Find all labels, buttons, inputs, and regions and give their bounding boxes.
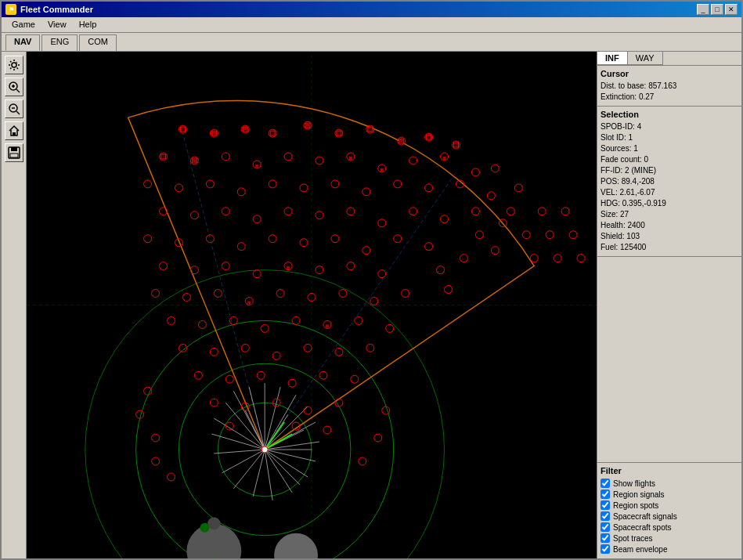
svg-rect-66 <box>368 127 373 132</box>
filter-region-spots-checkbox[interactable] <box>601 500 610 510</box>
cursor-extinction: Extinction: 0.27 <box>601 92 738 103</box>
svg-rect-197 <box>255 164 258 168</box>
filter-region-signals-checkbox[interactable] <box>601 490 610 499</box>
svg-rect-11 <box>10 154 18 157</box>
filter-beam-envelope: Beam envelope <box>601 544 738 554</box>
tab-way[interactable]: WAY <box>628 52 663 65</box>
filter-region-spots-label: Region spots <box>613 501 658 510</box>
svg-rect-200 <box>247 302 251 305</box>
cursor-title: Cursor <box>601 69 738 78</box>
selection-fuel: Fuel: 125400 <box>601 242 738 253</box>
svg-rect-72 <box>454 143 459 147</box>
selection-hdg: HDG: 0.395,-0.919 <box>601 198 738 209</box>
selection-pos: POS: 89.4,-208 <box>601 176 738 187</box>
settings-button[interactable] <box>5 56 23 74</box>
filter-spacecraft-spots-checkbox[interactable] <box>601 522 610 532</box>
svg-point-47 <box>261 446 268 453</box>
selection-spob-id: SPOB-ID: 4 <box>601 121 738 132</box>
filter-spacecraft-spots-label: Spacecraft spots <box>613 523 671 532</box>
svg-rect-191 <box>243 127 247 130</box>
svg-rect-8 <box>13 132 16 135</box>
selection-shield: Shield: 103 <box>601 231 738 242</box>
filter-spot-traces-checkbox[interactable] <box>601 533 610 543</box>
window-title: Fleet Commander <box>20 5 93 14</box>
title-bar: ⚑ Fleet Commander _ □ ✕ <box>2 2 741 17</box>
svg-rect-195 <box>349 157 352 160</box>
tab-nav[interactable]: NAV <box>5 34 40 51</box>
zoom-in-button[interactable] <box>5 78 23 96</box>
selection-slot-id: Slot ID: 1 <box>601 132 738 143</box>
cursor-section: Cursor Dist. to base: 857.163 Extinction… <box>597 66 741 107</box>
filter-show-flights: Show flights <box>601 479 738 488</box>
menu-view[interactable]: View <box>41 19 73 31</box>
filter-beam-envelope-label: Beam envelope <box>613 545 668 554</box>
filter-spacecraft-signals: Spacecraft signals <box>601 511 738 521</box>
svg-point-49 <box>207 518 220 530</box>
svg-line-4 <box>16 89 20 92</box>
right-panel: INF WAY Cursor Dist. to base: 857.163 Ex… <box>597 52 741 558</box>
svg-rect-201 <box>326 324 329 327</box>
map-svg <box>27 52 597 558</box>
svg-rect-70 <box>427 135 431 139</box>
svg-rect-64 <box>337 131 341 135</box>
svg-rect-54 <box>180 127 185 132</box>
filter-show-flights-label: Show flights <box>613 479 655 488</box>
svg-point-0 <box>12 63 16 67</box>
svg-rect-196 <box>443 157 446 160</box>
tab-inf[interactable]: INF <box>597 52 628 65</box>
svg-rect-198 <box>381 168 384 172</box>
zoom-out-button[interactable] <box>5 99 23 118</box>
filter-spacecraft-spots: Spacecraft spots <box>601 522 738 532</box>
selection-vel: VEL: 2.61,-6.07 <box>601 187 738 198</box>
svg-rect-199 <box>287 266 290 269</box>
svg-rect-190 <box>212 131 215 134</box>
filter-spot-traces: Spot traces <box>601 533 738 543</box>
menu-bar: Game View Help <box>2 17 741 33</box>
save-icon <box>8 146 20 159</box>
app-icon: ⚑ <box>5 4 16 15</box>
nav-tabs: NAV ENG COM <box>2 33 741 52</box>
svg-rect-192 <box>306 123 309 126</box>
svg-rect-10 <box>11 147 17 151</box>
main-window: ⚑ Fleet Commander _ □ ✕ Game View Help N… <box>0 0 743 560</box>
svg-rect-74 <box>161 154 166 159</box>
cursor-dist: Dist. to base: 857.163 <box>601 81 738 92</box>
tab-com[interactable]: COM <box>79 34 117 51</box>
window-controls: _ □ ✕ <box>697 4 738 15</box>
filter-region-signals-label: Region signals <box>613 490 665 499</box>
svg-rect-194 <box>193 159 196 162</box>
title-bar-left: ⚑ Fleet Commander <box>5 4 93 15</box>
filter-show-flights-checkbox[interactable] <box>601 479 610 488</box>
svg-rect-193 <box>400 139 403 142</box>
filter-beam-envelope-checkbox[interactable] <box>601 544 610 554</box>
selection-sources: Sources: 1 <box>601 143 738 154</box>
zoom-in-icon <box>8 81 20 93</box>
filter-section: Filter Show flights Region signals Regio… <box>597 462 741 558</box>
main-content: INF WAY Cursor Dist. to base: 857.163 Ex… <box>2 52 741 558</box>
menu-help[interactable]: Help <box>73 19 103 31</box>
tab-eng[interactable]: ENG <box>41 34 78 51</box>
filter-spot-traces-label: Spot traces <box>613 534 653 543</box>
menu-game[interactable]: Game <box>5 19 41 31</box>
svg-line-7 <box>16 111 20 114</box>
zoom-out-icon <box>8 103 20 115</box>
close-button[interactable]: ✕ <box>725 4 738 15</box>
svg-point-51 <box>200 523 209 533</box>
svg-rect-60 <box>270 131 275 135</box>
panel-tabs: INF WAY <box>597 52 741 66</box>
save-button[interactable] <box>5 143 23 162</box>
home-button[interactable] <box>5 121 23 140</box>
maximize-button[interactable]: □ <box>711 4 723 15</box>
settings-icon <box>8 59 20 71</box>
filter-region-signals: Region signals <box>601 490 738 499</box>
minimize-button[interactable]: _ <box>697 4 709 15</box>
filter-title: Filter <box>601 466 738 475</box>
filter-spacecraft-signals-checkbox[interactable] <box>601 511 610 521</box>
selection-section: Selection SPOB-ID: 4 Slot ID: 1 Sources:… <box>597 107 741 257</box>
selection-title: Selection <box>601 110 738 119</box>
selection-fade-count: Fade count: 0 <box>601 154 738 165</box>
filter-spacecraft-signals-label: Spacecraft signals <box>613 512 677 521</box>
map-area[interactable] <box>27 52 597 558</box>
selection-health: Health: 2400 <box>601 220 738 231</box>
panel-spacer <box>597 257 741 462</box>
